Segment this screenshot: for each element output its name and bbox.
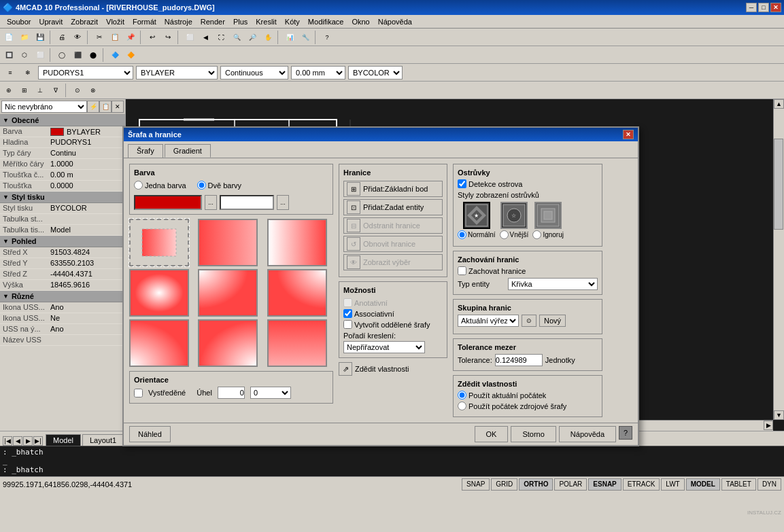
menu-okno[interactable]: Okno: [347, 16, 373, 27]
hranice-zobrazit[interactable]: 👁 Zobrazit výběr: [343, 254, 443, 270]
zoom-prev[interactable]: ◀: [198, 30, 213, 45]
new-button[interactable]: 📄: [1, 30, 16, 45]
angle-combo[interactable]: 0: [250, 387, 291, 399]
radio-jedna-input[interactable]: [134, 181, 143, 190]
close-button[interactable]: ✕: [770, 3, 781, 12]
tab-nav-prev[interactable]: ◀: [13, 436, 22, 446]
color-swatch-primary[interactable]: [134, 195, 202, 210]
model-status[interactable]: MODEL: [686, 478, 720, 491]
layer-manager-btn[interactable]: ≡: [3, 65, 18, 80]
tb2-btn7[interactable]: 🔷: [107, 48, 122, 63]
color-swatch-btn2[interactable]: ...: [277, 195, 289, 210]
help-button[interactable]: ?: [320, 30, 335, 45]
zoom-out[interactable]: 🔎: [245, 30, 260, 45]
maximize-button[interactable]: □: [758, 3, 769, 12]
color-swatch-btn1[interactable]: ...: [205, 195, 217, 210]
color-select[interactable]: BYLAYER: [136, 66, 218, 79]
zoom-in[interactable]: 🔍: [229, 30, 244, 45]
gradient-cell-8[interactable]: [198, 319, 258, 367]
gradient-cell-5[interactable]: [198, 269, 258, 317]
esnap-status[interactable]: ESNAP: [588, 478, 621, 491]
radio-normalni[interactable]: [458, 230, 466, 239]
tb2-btn6[interactable]: ⬤: [86, 48, 101, 63]
radio-dve-barvy[interactable]: Dvě barvy: [197, 181, 242, 190]
radio-ignoruj[interactable]: [532, 230, 541, 239]
nahled-button[interactable]: Náhled: [129, 426, 171, 442]
cut-button[interactable]: ✂: [92, 30, 107, 45]
tab-model[interactable]: Model: [46, 434, 81, 446]
oddelene-checkbox[interactable]: [343, 320, 352, 329]
menu-vlozit[interactable]: Vložit: [102, 16, 129, 27]
redo-button[interactable]: ↪: [160, 30, 175, 45]
menu-kreslit[interactable]: Kreslit: [252, 16, 281, 27]
menu-nastroje[interactable]: Nástroje: [160, 16, 197, 27]
undo-button[interactable]: ↩: [145, 30, 160, 45]
snap-status[interactable]: SNAP: [462, 478, 490, 491]
menu-format[interactable]: Formát: [129, 16, 160, 27]
anotativni-checkbox[interactable]: [343, 298, 352, 307]
menu-koty[interactable]: Kóty: [281, 16, 304, 27]
layer-select[interactable]: PUDORYS1: [38, 66, 133, 79]
lineweight-select[interactable]: 0.00 mm: [291, 66, 345, 79]
radio-vnejsi[interactable]: [500, 230, 509, 239]
skupina-combo[interactable]: Aktuální výřez: [458, 315, 519, 327]
lwt-status[interactable]: LWT: [661, 478, 684, 491]
tab-nav-last[interactable]: ▶|: [33, 436, 43, 446]
menu-soubor[interactable]: Soubor: [3, 16, 35, 27]
misc-btn1[interactable]: ∇: [48, 83, 63, 98]
napoveda-footer-button[interactable]: Nápověda: [559, 426, 616, 442]
dialog-close-button[interactable]: ✕: [623, 130, 634, 139]
linetype-select[interactable]: Continuous: [220, 66, 288, 79]
tb2-btn3[interactable]: ⬜: [33, 48, 48, 63]
tab-nav-first[interactable]: |◀: [3, 436, 12, 446]
tb2-btn8[interactable]: 🔶: [123, 48, 138, 63]
gradient-cell-2[interactable]: [198, 219, 258, 266]
entity-combo[interactable]: Křivka: [508, 278, 598, 290]
tablet-status[interactable]: TABLET: [721, 478, 756, 491]
style-vnejsi[interactable]: ☆ Vnější: [500, 202, 529, 239]
tb2-btn5[interactable]: ⬛: [70, 48, 85, 63]
menu-zobrazit[interactable]: Zobrazit: [67, 16, 102, 27]
tb2-btn1[interactable]: 🔲: [1, 48, 16, 63]
ok-button[interactable]: OK: [475, 426, 509, 442]
gradient-cell-6[interactable]: [267, 269, 327, 317]
zoom-window[interactable]: ⬜: [182, 30, 197, 45]
tab-srafy[interactable]: Šrafy: [128, 144, 163, 158]
zoom-extent[interactable]: ⛶: [214, 30, 228, 45]
minimize-button[interactable]: ─: [746, 3, 757, 12]
grid-status[interactable]: GRID: [491, 478, 517, 491]
tab-gradient[interactable]: Gradient: [165, 144, 211, 158]
detekce-checkbox[interactable]: [458, 179, 466, 188]
pan[interactable]: ✋: [260, 30, 275, 45]
asociativni-checkbox[interactable]: [343, 309, 352, 318]
snap-btn[interactable]: ⊕: [1, 83, 16, 98]
zdedit-radio1[interactable]: [458, 391, 466, 400]
match-properties[interactable]: 🔧: [298, 30, 313, 45]
gradient-cell-1[interactable]: [129, 219, 189, 266]
hranice-zadat-entity[interactable]: ⊡ Přidat:Zadat entity: [343, 199, 443, 215]
hranice-pridat-bod[interactable]: ⊞ Přidat:Základní bod: [343, 181, 443, 197]
menu-plus[interactable]: Plus: [229, 16, 252, 27]
color-swatch-secondary[interactable]: [220, 195, 274, 210]
layer-freeze-btn[interactable]: ❄: [20, 65, 35, 80]
command-line[interactable]: : _bhatch _ : _bhatch: [0, 446, 784, 476]
polar-status[interactable]: POLAR: [554, 478, 587, 491]
ortho-btn[interactable]: ⊥: [33, 83, 48, 98]
preview-button[interactable]: 👁: [70, 30, 85, 45]
tolerance-input[interactable]: [495, 354, 543, 366]
gradient-cell-4[interactable]: [129, 269, 189, 317]
poradi-select[interactable]: Nepřiřazovat: [343, 341, 425, 353]
paste-button[interactable]: 📌: [123, 30, 138, 45]
plotstyle-select[interactable]: BYCOLOR: [348, 66, 403, 79]
open-button[interactable]: 📁: [17, 30, 32, 45]
tb2-btn4[interactable]: ◯: [54, 48, 69, 63]
print-button[interactable]: 🖨: [54, 30, 69, 45]
tab-layout1[interactable]: Layout1: [82, 434, 124, 446]
skupina-icon-btn[interactable]: ⊙: [522, 315, 536, 327]
copy-button[interactable]: 📋: [107, 30, 122, 45]
misc-btn3[interactable]: ⊗: [86, 83, 101, 98]
zdedit-radio2[interactable]: [458, 402, 466, 410]
menu-modifikace[interactable]: Modifikace: [304, 16, 348, 27]
gradient-cell-9[interactable]: [267, 319, 327, 367]
dyn-status[interactable]: DYN: [757, 478, 781, 491]
